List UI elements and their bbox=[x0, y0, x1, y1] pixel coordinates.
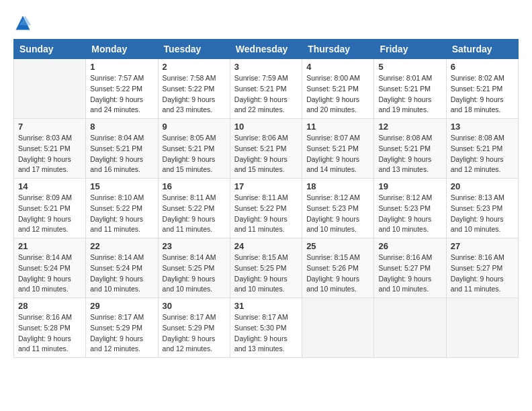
calendar-cell: 14Sunrise: 8:09 AM Sunset: 5:21 PM Dayli… bbox=[14, 179, 86, 238]
calendar-cell: 1Sunrise: 7:57 AM Sunset: 5:22 PM Daylig… bbox=[86, 59, 158, 119]
calendar-week-row: 1Sunrise: 7:57 AM Sunset: 5:22 PM Daylig… bbox=[14, 59, 519, 119]
calendar-cell: 21Sunrise: 8:14 AM Sunset: 5:24 PM Dayli… bbox=[14, 238, 86, 298]
weekday-header: Sunday bbox=[14, 40, 86, 59]
day-number: 14 bbox=[18, 181, 81, 191]
weekday-header: Wednesday bbox=[230, 40, 302, 59]
day-number: 23 bbox=[163, 241, 226, 251]
calendar-cell: 8Sunrise: 8:04 AM Sunset: 5:21 PM Daylig… bbox=[86, 119, 158, 179]
day-number: 10 bbox=[234, 122, 298, 132]
day-info: Sunrise: 8:15 AM Sunset: 5:25 PM Dayligh… bbox=[234, 253, 298, 295]
day-info: Sunrise: 8:07 AM Sunset: 5:21 PM Dayligh… bbox=[306, 133, 369, 175]
day-number: 4 bbox=[306, 62, 369, 72]
day-info: Sunrise: 8:01 AM Sunset: 5:21 PM Dayligh… bbox=[378, 73, 441, 116]
day-number: 22 bbox=[90, 241, 153, 251]
day-info: Sunrise: 7:58 AM Sunset: 5:22 PM Dayligh… bbox=[163, 73, 226, 116]
calendar-week-row: 21Sunrise: 8:14 AM Sunset: 5:24 PM Dayli… bbox=[14, 238, 519, 298]
calendar-cell: 13Sunrise: 8:08 AM Sunset: 5:21 PM Dayli… bbox=[446, 119, 518, 179]
day-info: Sunrise: 8:13 AM Sunset: 5:23 PM Dayligh… bbox=[451, 193, 514, 235]
day-number: 18 bbox=[306, 181, 369, 191]
day-info: Sunrise: 8:04 AM Sunset: 5:21 PM Dayligh… bbox=[90, 133, 153, 175]
calendar-cell: 25Sunrise: 8:15 AM Sunset: 5:26 PM Dayli… bbox=[302, 238, 374, 298]
day-info: Sunrise: 8:10 AM Sunset: 5:22 PM Dayligh… bbox=[90, 193, 153, 235]
day-number: 3 bbox=[234, 62, 298, 72]
day-number: 7 bbox=[18, 122, 81, 132]
day-info: Sunrise: 8:03 AM Sunset: 5:21 PM Dayligh… bbox=[18, 133, 81, 175]
day-info: Sunrise: 8:16 AM Sunset: 5:27 PM Dayligh… bbox=[378, 253, 441, 295]
calendar-cell: 19Sunrise: 8:12 AM Sunset: 5:23 PM Dayli… bbox=[374, 179, 446, 238]
day-info: Sunrise: 8:15 AM Sunset: 5:26 PM Dayligh… bbox=[306, 253, 369, 295]
day-number: 19 bbox=[378, 181, 441, 191]
day-number: 2 bbox=[163, 62, 226, 72]
calendar-cell: 16Sunrise: 8:11 AM Sunset: 5:22 PM Dayli… bbox=[158, 179, 230, 238]
day-info: Sunrise: 8:12 AM Sunset: 5:23 PM Dayligh… bbox=[306, 193, 369, 235]
day-info: Sunrise: 8:14 AM Sunset: 5:24 PM Dayligh… bbox=[90, 253, 153, 295]
day-info: Sunrise: 8:14 AM Sunset: 5:24 PM Dayligh… bbox=[18, 253, 81, 295]
calendar-cell: 23Sunrise: 8:14 AM Sunset: 5:25 PM Dayli… bbox=[158, 238, 230, 298]
calendar-cell: 15Sunrise: 8:10 AM Sunset: 5:22 PM Dayli… bbox=[86, 179, 158, 238]
day-number: 24 bbox=[234, 241, 298, 251]
weekday-header: Friday bbox=[374, 40, 446, 59]
calendar-cell: 5Sunrise: 8:01 AM Sunset: 5:21 PM Daylig… bbox=[374, 59, 446, 119]
day-info: Sunrise: 7:57 AM Sunset: 5:22 PM Dayligh… bbox=[90, 73, 153, 116]
day-number: 27 bbox=[451, 241, 514, 251]
day-number: 16 bbox=[163, 181, 226, 191]
calendar-cell bbox=[302, 298, 374, 358]
day-info: Sunrise: 8:00 AM Sunset: 5:21 PM Dayligh… bbox=[306, 73, 369, 116]
weekday-header-row: SundayMondayTuesdayWednesdayThursdayFrid… bbox=[14, 40, 519, 59]
day-number: 6 bbox=[451, 62, 514, 72]
calendar-week-row: 7Sunrise: 8:03 AM Sunset: 5:21 PM Daylig… bbox=[14, 119, 519, 179]
day-info: Sunrise: 8:17 AM Sunset: 5:29 PM Dayligh… bbox=[163, 312, 226, 355]
calendar-cell bbox=[14, 59, 86, 119]
calendar-cell: 22Sunrise: 8:14 AM Sunset: 5:24 PM Dayli… bbox=[86, 238, 158, 298]
day-number: 17 bbox=[234, 181, 298, 191]
day-number: 9 bbox=[163, 122, 226, 132]
day-number: 28 bbox=[18, 301, 81, 311]
day-number: 8 bbox=[90, 122, 153, 132]
header bbox=[13, 13, 519, 32]
day-info: Sunrise: 8:08 AM Sunset: 5:21 PM Dayligh… bbox=[451, 133, 514, 175]
calendar-cell: 20Sunrise: 8:13 AM Sunset: 5:23 PM Dayli… bbox=[446, 179, 518, 238]
calendar-cell: 24Sunrise: 8:15 AM Sunset: 5:25 PM Dayli… bbox=[230, 238, 302, 298]
logo-icon bbox=[13, 13, 32, 32]
calendar-cell: 29Sunrise: 8:17 AM Sunset: 5:29 PM Dayli… bbox=[86, 298, 158, 358]
day-number: 29 bbox=[90, 301, 153, 311]
calendar-cell: 18Sunrise: 8:12 AM Sunset: 5:23 PM Dayli… bbox=[302, 179, 374, 238]
calendar: SundayMondayTuesdayWednesdayThursdayFrid… bbox=[13, 39, 519, 358]
day-info: Sunrise: 8:11 AM Sunset: 5:22 PM Dayligh… bbox=[234, 193, 298, 235]
day-number: 13 bbox=[451, 122, 514, 132]
calendar-cell: 3Sunrise: 7:59 AM Sunset: 5:21 PM Daylig… bbox=[230, 59, 302, 119]
calendar-cell: 17Sunrise: 8:11 AM Sunset: 5:22 PM Dayli… bbox=[230, 179, 302, 238]
weekday-header: Monday bbox=[86, 40, 158, 59]
day-info: Sunrise: 8:12 AM Sunset: 5:23 PM Dayligh… bbox=[378, 193, 441, 235]
day-info: Sunrise: 8:05 AM Sunset: 5:21 PM Dayligh… bbox=[163, 133, 226, 175]
day-info: Sunrise: 8:16 AM Sunset: 5:27 PM Dayligh… bbox=[451, 253, 514, 295]
calendar-cell: 31Sunrise: 8:17 AM Sunset: 5:30 PM Dayli… bbox=[230, 298, 302, 358]
calendar-week-row: 28Sunrise: 8:16 AM Sunset: 5:28 PM Dayli… bbox=[14, 298, 519, 358]
day-info: Sunrise: 8:17 AM Sunset: 5:30 PM Dayligh… bbox=[234, 312, 298, 355]
calendar-week-row: 14Sunrise: 8:09 AM Sunset: 5:21 PM Dayli… bbox=[14, 179, 519, 238]
day-info: Sunrise: 7:59 AM Sunset: 5:21 PM Dayligh… bbox=[234, 73, 298, 116]
calendar-cell: 9Sunrise: 8:05 AM Sunset: 5:21 PM Daylig… bbox=[158, 119, 230, 179]
day-info: Sunrise: 8:16 AM Sunset: 5:28 PM Dayligh… bbox=[18, 312, 81, 355]
calendar-cell: 2Sunrise: 7:58 AM Sunset: 5:22 PM Daylig… bbox=[158, 59, 230, 119]
day-number: 31 bbox=[234, 301, 298, 311]
calendar-cell bbox=[374, 298, 446, 358]
day-info: Sunrise: 8:06 AM Sunset: 5:21 PM Dayligh… bbox=[234, 133, 298, 175]
day-info: Sunrise: 8:17 AM Sunset: 5:29 PM Dayligh… bbox=[90, 312, 153, 355]
weekday-header: Thursday bbox=[302, 40, 374, 59]
day-number: 11 bbox=[306, 122, 369, 132]
day-number: 15 bbox=[90, 181, 153, 191]
calendar-cell: 26Sunrise: 8:16 AM Sunset: 5:27 PM Dayli… bbox=[374, 238, 446, 298]
weekday-header: Saturday bbox=[446, 40, 518, 59]
calendar-cell: 6Sunrise: 8:02 AM Sunset: 5:21 PM Daylig… bbox=[446, 59, 518, 119]
calendar-cell: 12Sunrise: 8:08 AM Sunset: 5:21 PM Dayli… bbox=[374, 119, 446, 179]
day-number: 12 bbox=[378, 122, 441, 132]
day-number: 26 bbox=[378, 241, 441, 251]
day-number: 1 bbox=[90, 62, 153, 72]
calendar-cell: 30Sunrise: 8:17 AM Sunset: 5:29 PM Dayli… bbox=[158, 298, 230, 358]
day-info: Sunrise: 8:14 AM Sunset: 5:25 PM Dayligh… bbox=[163, 253, 226, 295]
day-info: Sunrise: 8:02 AM Sunset: 5:21 PM Dayligh… bbox=[451, 73, 514, 116]
logo bbox=[13, 13, 35, 32]
calendar-cell: 7Sunrise: 8:03 AM Sunset: 5:21 PM Daylig… bbox=[14, 119, 86, 179]
day-number: 30 bbox=[163, 301, 226, 311]
